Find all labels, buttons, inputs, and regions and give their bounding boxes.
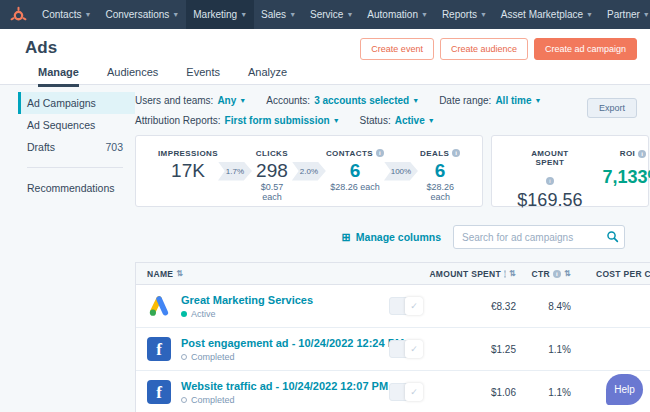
nav-item-label: Service xyxy=(310,9,343,20)
divider xyxy=(27,167,123,168)
drafts-count-badge: 703 xyxy=(105,141,135,153)
funnel-metrics-card: IMPRESSIONS 17K 1.7% CLICKS 298 $0.57 ea… xyxy=(135,135,483,207)
nav-item-partner[interactable]: Partner▼ xyxy=(600,0,650,29)
page-header: Ads Create event Create audience Create … xyxy=(0,29,650,85)
toggle-knob-check-icon: ✓ xyxy=(405,340,423,358)
filter-label: Accounts: xyxy=(266,95,310,106)
status-badge: Completed xyxy=(181,352,404,362)
metric-deals: DEALSi 6 $28.26 each xyxy=(418,149,462,194)
sidebar-item-ad-campaigns[interactable]: Ad Campaigns xyxy=(18,92,135,114)
status-badge: Active xyxy=(181,309,313,319)
tab-manage[interactable]: Manage xyxy=(38,66,79,87)
nav-item-contacts[interactable]: Contacts▼ xyxy=(35,0,98,29)
chevron-down-icon: ▼ xyxy=(172,11,179,18)
filter-value: Any xyxy=(217,95,236,106)
column-label: COST PER CLICK xyxy=(596,269,650,279)
nav-item-label: Partner xyxy=(607,9,640,20)
accounts-dropdown[interactable]: 3 accounts selected▼ xyxy=(314,95,419,106)
campaign-on-off-toggle[interactable]: ✓ xyxy=(389,340,423,358)
info-icon[interactable]: i xyxy=(504,270,506,278)
google-ads-icon xyxy=(147,294,171,318)
campaign-name-link[interactable]: Post engagement ad - 10/24/2022 12:24 PM xyxy=(181,337,404,349)
filter-attribution-reports: Attribution Reports: First form submissi… xyxy=(135,115,340,126)
metric-sub: $0.57 each xyxy=(252,182,292,193)
main-panel: Users and teams: Any▼ Accounts: 3 accoun… xyxy=(135,85,650,412)
create-audience-button[interactable]: Create audience xyxy=(440,38,528,60)
chevron-down-icon: ▼ xyxy=(480,11,487,18)
table-row: f Website traffic ad - 10/24/2022 12:07 … xyxy=(136,371,650,412)
columns-grid-icon: ⊞ xyxy=(342,232,351,243)
column-label: NAME xyxy=(147,269,173,279)
metric-contacts: CONTACTSi 6 $28.26 each xyxy=(326,149,384,194)
info-icon[interactable]: i xyxy=(546,177,554,185)
table-header-row: NAME⇅ AMOUNT SPENTi⇅ CTRi⇅ COST PER CLIC… xyxy=(136,263,650,285)
users-and-teams-dropdown[interactable]: Any▼ xyxy=(217,95,246,106)
metric-value: 17K xyxy=(158,159,218,183)
export-button[interactable]: Export xyxy=(587,98,637,118)
nav-item-service[interactable]: Service▼ xyxy=(303,0,360,29)
sidebar-item-drafts[interactable]: Drafts703 xyxy=(18,136,135,158)
nav-item-label: Contacts xyxy=(42,9,81,20)
search-input[interactable] xyxy=(453,225,625,249)
column-header-name[interactable]: NAME⇅ xyxy=(136,269,376,279)
sidebar-item-label: Ad Campaigns xyxy=(27,97,96,109)
info-icon[interactable]: i xyxy=(553,270,561,278)
info-icon[interactable]: i xyxy=(376,149,384,157)
chevron-down-icon: ▼ xyxy=(240,11,247,18)
nav-item-sales[interactable]: Sales▼ xyxy=(254,0,303,29)
campaign-on-off-toggle[interactable]: ✓ xyxy=(389,297,423,315)
info-icon[interactable]: i xyxy=(638,150,646,158)
campaign-name-link[interactable]: Website traffic ad - 10/24/2022 12:07 PM xyxy=(181,380,388,392)
hubspot-logo-icon[interactable] xyxy=(10,6,27,24)
help-button[interactable]: Help xyxy=(606,374,643,405)
tab-analyze[interactable]: Analyze xyxy=(248,66,287,87)
create-event-button[interactable]: Create event xyxy=(360,38,434,60)
manage-columns-label: Manage columns xyxy=(356,231,441,243)
search-icon[interactable] xyxy=(606,230,619,243)
attribution-reports-dropdown[interactable]: First form submission▼ xyxy=(225,115,340,126)
filter-accounts: Accounts: 3 accounts selected▼ xyxy=(266,95,419,106)
nav-item-label: Automation xyxy=(367,9,418,20)
status-label: Active xyxy=(191,309,216,319)
metric-sub xyxy=(158,182,218,193)
sidebar-item-label: Ad Sequences xyxy=(27,119,95,131)
create-ad-campaign-button[interactable]: Create ad campaign xyxy=(534,38,637,60)
ads-page: Contacts▼ Conversations▼ Marketing▼ Sale… xyxy=(0,0,650,412)
filter-label: Status: xyxy=(360,115,391,126)
status-dropdown[interactable]: Active▼ xyxy=(395,115,435,126)
sidebar: Ad Campaigns Ad Sequences Drafts703 Reco… xyxy=(0,85,135,199)
sort-icon: ⇅ xyxy=(509,269,516,278)
nav-item-reports[interactable]: Reports▼ xyxy=(435,0,494,29)
filter-value: All time xyxy=(495,95,531,106)
campaign-search xyxy=(453,225,625,249)
date-range-dropdown[interactable]: All time▼ xyxy=(495,95,541,106)
metric-value: 6 xyxy=(326,159,384,183)
header-actions: Create event Create audience Create ad c… xyxy=(360,38,637,60)
facebook-icon: f xyxy=(147,337,171,361)
filters: Users and teams: Any▼ Accounts: 3 accoun… xyxy=(135,93,625,126)
nav-item-marketing[interactable]: Marketing▼ xyxy=(186,0,254,29)
metric-label: IMPRESSIONS xyxy=(158,149,218,158)
sidebar-item-label: Drafts xyxy=(27,141,55,153)
tab-events[interactable]: Events xyxy=(186,66,220,87)
nav-item-conversations[interactable]: Conversations▼ xyxy=(98,0,186,29)
tab-audiences[interactable]: Audiences xyxy=(107,66,158,87)
roi-metric: ROIi 7,133% xyxy=(602,149,650,206)
nav-item-asset-marketplace[interactable]: Asset Marketplace▼ xyxy=(494,0,600,29)
filter-users-and-teams: Users and teams: Any▼ xyxy=(135,95,246,106)
nav-item-automation[interactable]: Automation▼ xyxy=(360,0,435,29)
sidebar-item-recommendations[interactable]: Recommendations xyxy=(18,177,135,199)
campaign-on-off-toggle[interactable]: ✓ xyxy=(389,383,423,401)
column-header-ctr[interactable]: CTRi⇅ xyxy=(516,269,571,279)
chevron-down-icon: ▼ xyxy=(333,117,340,124)
campaign-name-link[interactable]: Great Marketing Services xyxy=(181,294,313,306)
metric-value: 6 xyxy=(418,159,462,183)
table-row: f Post engagement ad - 10/24/2022 12:24 … xyxy=(136,328,650,371)
manage-columns-button[interactable]: ⊞ Manage columns xyxy=(342,231,441,243)
info-icon[interactable]: i xyxy=(452,149,460,157)
ctr-cell: 8.4% xyxy=(516,301,571,312)
filter-label: Date range: xyxy=(439,95,491,106)
status-dot-active xyxy=(181,311,187,317)
sidebar-item-ad-sequences[interactable]: Ad Sequences xyxy=(18,114,135,136)
column-header-amount-spent[interactable]: AMOUNT SPENTi⇅ xyxy=(436,269,516,279)
